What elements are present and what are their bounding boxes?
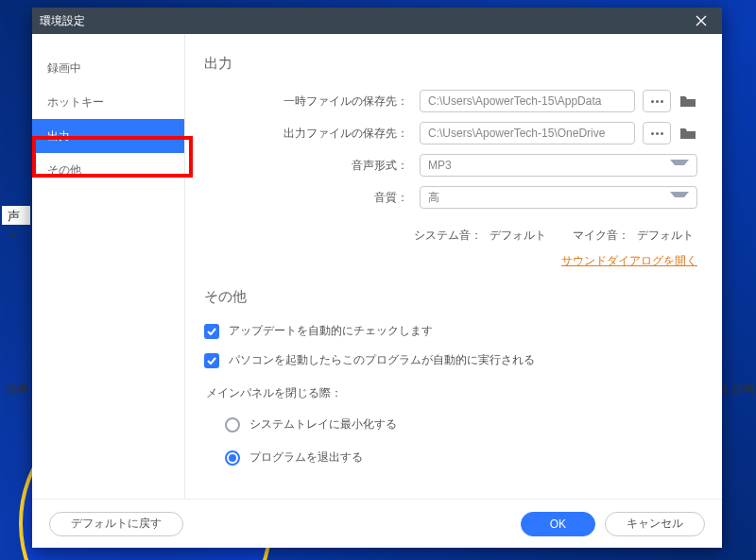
mic-sound-value: デフォルト — [637, 228, 694, 244]
exit-program-label: プログラムを退出する — [249, 450, 363, 466]
content-pane: 出力 一時ファイルの保存先： C:\Users\ApowerTech-15\Ap… — [185, 34, 722, 499]
back-window-fragment: 声 レ — [2, 206, 30, 225]
autostart-label: パソコンを起動したらこのプログラムが自動的に実行される — [229, 352, 535, 368]
back-window-record: 録画 — [6, 382, 28, 398]
folder-icon — [679, 127, 696, 140]
titlebar: 環境設定 — [32, 8, 722, 34]
sidebar-item-other[interactable]: その他 — [32, 153, 184, 187]
exit-program-radio[interactable] — [225, 450, 240, 466]
quality-select[interactable]: 高 — [420, 186, 697, 209]
temp-path-field[interactable]: C:\Users\ApowerTech-15\AppData — [420, 90, 635, 112]
mic-sound-label: マイク音： — [573, 228, 629, 244]
temp-path-browse-button[interactable] — [643, 90, 671, 112]
out-path-field[interactable]: C:\Users\ApowerTech-15\OneDrive — [420, 122, 635, 144]
reset-defaults-button[interactable]: デフォルトに戻す — [49, 512, 183, 536]
check-icon — [207, 357, 216, 365]
minimize-tray-radio[interactable] — [225, 417, 240, 433]
auto-update-label: アップデートを自動的にチェックします — [229, 323, 433, 339]
audio-format-select[interactable]: MP3 — [420, 154, 697, 177]
autostart-checkbox[interactable] — [204, 353, 219, 368]
out-path-browse-button[interactable] — [643, 122, 671, 144]
system-sound-value: デフォルト — [490, 228, 546, 244]
close-button[interactable] — [688, 8, 714, 34]
settings-dialog: 環境設定 録画中 ホットキー 出力 その他 出力 一時ファイルの保存先： C:\… — [32, 8, 722, 548]
cancel-button[interactable]: キャンセル — [605, 512, 705, 536]
close-behavior-label: メインパネルを閉じる際： — [206, 385, 697, 401]
out-path-label: 出力ファイルの保存先： — [204, 126, 412, 142]
dialog-title: 環境設定 — [40, 13, 85, 29]
folder-icon — [679, 94, 696, 108]
section-heading-other: その他 — [204, 288, 697, 306]
temp-path-label: 一時ファイルの保存先： — [204, 93, 412, 110]
auto-update-checkbox[interactable] — [204, 324, 219, 339]
check-icon — [207, 328, 216, 335]
system-sound-label: システム音： — [414, 228, 482, 244]
temp-path-open-folder[interactable] — [679, 93, 697, 109]
out-path-open-folder[interactable] — [679, 126, 697, 141]
close-icon — [696, 15, 707, 26]
sidebar-item-hotkey[interactable]: ホットキー — [32, 85, 184, 119]
sidebar-item-output[interactable]: 出力 — [32, 119, 184, 153]
sound-info: システム音： デフォルト マイク音： デフォルト — [204, 228, 697, 244]
quality-label: 音質： — [204, 190, 412, 206]
sidebar: 録画中 ホットキー 出力 その他 — [32, 34, 185, 499]
sidebar-item-recording[interactable]: 録画中 — [32, 51, 184, 85]
audio-format-label: 音声形式： — [204, 158, 412, 174]
open-sound-dialog-link[interactable]: サウンドダイアログを開く — [561, 253, 697, 269]
minimize-tray-label: システムトレイに最小化する — [249, 416, 397, 433]
footer: デフォルトに戻す OK キャンセル — [32, 499, 722, 548]
section-heading-output: 出力 — [204, 55, 697, 73]
ok-button[interactable]: OK — [521, 512, 595, 536]
